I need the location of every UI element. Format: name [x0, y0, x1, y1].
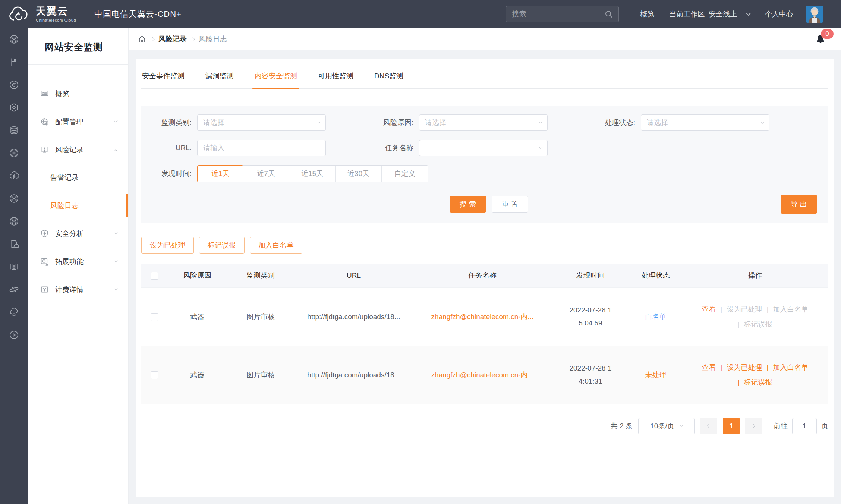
bulk-add-whitelist-button[interactable]: 加入白名单 [250, 237, 302, 254]
row-checkbox[interactable] [151, 313, 158, 321]
column-header-operations: 操作 [682, 271, 828, 280]
time-option-7days[interactable]: 近7天 [243, 166, 289, 182]
url-input[interactable] [203, 144, 320, 152]
cell-reason: 武器 [167, 370, 227, 380]
filter-label-time: 发现时间: [141, 169, 192, 179]
category-select[interactable]: 请选择 [197, 114, 326, 131]
brand-logo[interactable]: 天翼云 Chinatelecom Cloud [8, 6, 76, 23]
action-set-processed[interactable]: 设为已处理 [727, 363, 762, 372]
tab-vulnerability[interactable]: 漏洞监测 [205, 71, 234, 88]
chevron-up-icon [114, 149, 118, 153]
action-view[interactable]: 查看 [702, 363, 716, 372]
user-avatar[interactable] [806, 6, 823, 23]
network-ring-icon[interactable] [9, 193, 19, 204]
task-select[interactable] [419, 140, 548, 156]
sidebar-item-billing[interactable]: 计费详情 [28, 275, 128, 303]
bulk-set-processed-button[interactable]: 设为已处理 [141, 237, 194, 254]
planet-icon[interactable] [9, 284, 19, 294]
hexagon-nut-icon[interactable] [9, 103, 19, 113]
next-page-button[interactable] [745, 418, 762, 434]
sidebar-item-risk-records[interactable]: 风险记录 [28, 136, 128, 164]
prev-page-button[interactable] [700, 418, 717, 434]
search-icon[interactable] [604, 10, 613, 19]
filter-label-task: 任务名称 [363, 143, 413, 153]
time-option-30days[interactable]: 近30天 [336, 166, 382, 182]
action-separator: | [721, 363, 722, 372]
sidebar-item-label: 概览 [55, 89, 117, 99]
play-circle-icon[interactable] [9, 330, 19, 340]
monitor-alert-icon [40, 145, 49, 154]
sidebar-item-label: 风险记录 [55, 145, 114, 155]
network-ring-icon[interactable] [9, 148, 19, 158]
home-icon[interactable] [138, 35, 147, 44]
logo-title: 天翼云 [36, 6, 76, 16]
sidebar-title: 网站安全监测 [28, 28, 128, 65]
header-search-box[interactable] [506, 6, 619, 22]
column-header-time: 发现时间 [551, 271, 630, 280]
status-select[interactable]: 请选择 [641, 114, 769, 131]
database-icon[interactable] [9, 125, 19, 135]
notification-bell[interactable]: 0 [815, 34, 826, 45]
nav-personal-center[interactable]: 个人中心 [765, 9, 793, 19]
table-header-row: 风险原因 监测类别 URL 任务名称 发现时间 处理状态 操作 [141, 264, 828, 287]
sidebar-subitem-label: 告警记录 [50, 173, 79, 183]
search-button[interactable]: 搜索 [450, 196, 486, 213]
action-add-whitelist[interactable]: 加入白名单 [773, 305, 808, 314]
sidebar-item-label: 计费详情 [55, 285, 114, 294]
time-option-1day[interactable]: 近1天 [197, 165, 243, 182]
breadcrumb-separator-icon [150, 37, 154, 41]
tab-dns[interactable]: DNS监测 [374, 71, 403, 88]
reset-button[interactable]: 重置 [492, 196, 528, 213]
time-option-custom[interactable]: 自定义 [382, 166, 428, 182]
sidebar-item-extensions[interactable]: 拓展功能 [28, 248, 128, 275]
url-input-box[interactable] [197, 140, 326, 156]
cell-category: 图片审核 [227, 312, 294, 322]
current-page-button[interactable]: 1 [723, 418, 740, 434]
reason-select[interactable]: 请选择 [419, 114, 548, 131]
pagination-total: 共 2 条 [611, 421, 633, 431]
column-header-status: 处理状态 [630, 271, 682, 280]
cell-time: 2022-07-28 1 4:01:31 [551, 362, 630, 387]
action-mark-false-positive[interactable]: 标记误报 [744, 319, 772, 329]
cell-task-link[interactable]: zhangfzh@chinatelecom.cn-内... [413, 370, 551, 380]
cloud-lightning-icon[interactable] [9, 171, 19, 181]
network-ring-icon[interactable] [9, 216, 19, 226]
document-cloud-icon[interactable] [9, 239, 19, 249]
header-search-input[interactable] [512, 10, 604, 18]
filter-label-status: 处理状态: [585, 118, 635, 127]
tab-content-security[interactable]: 内容安全监测 [255, 71, 297, 88]
action-mark-false-positive[interactable]: 标记误报 [744, 378, 772, 387]
cell-task-link[interactable]: zhangfzh@chinatelecom.cn-内... [413, 312, 551, 322]
action-view[interactable]: 查看 [702, 305, 716, 314]
network-ring-icon[interactable] [9, 34, 19, 44]
goto-page-input[interactable] [792, 418, 817, 434]
sidebar-item-overview[interactable]: 概览 [28, 80, 128, 108]
page-size-select[interactable]: 10条/页 [638, 418, 695, 434]
cloud-stack-icon[interactable] [9, 307, 19, 317]
row-checkbox[interactable] [151, 371, 158, 379]
time-option-15days[interactable]: 近15天 [289, 166, 336, 182]
nav-workspace[interactable]: 当前工作区: 安全线上... [670, 9, 750, 19]
notification-badge: 0 [821, 29, 834, 39]
sidebar-item-label: 安全分析 [55, 229, 114, 239]
circled-e-icon[interactable] [9, 80, 19, 90]
breadcrumb-item[interactable]: 风险记录 [158, 34, 187, 44]
sidebar-item-security-analysis[interactable]: 安全分析 [28, 220, 128, 248]
export-button[interactable]: 导出 [781, 195, 817, 214]
sidebar-subitem-alert-records[interactable]: 告警记录 [28, 164, 128, 192]
tab-availability[interactable]: 可用性监测 [318, 71, 353, 88]
flag-icon[interactable] [9, 57, 19, 67]
sidebar-item-config[interactable]: 配置管理 [28, 108, 128, 136]
select-all-checkbox[interactable] [151, 272, 158, 280]
overview-icon [40, 89, 49, 98]
bulk-mark-false-positive-button[interactable]: 标记误报 [199, 237, 245, 254]
tab-security-events[interactable]: 安全事件监测 [142, 71, 185, 88]
filter-label-url: URL: [141, 144, 192, 152]
action-add-whitelist[interactable]: 加入白名单 [773, 363, 808, 372]
sidebar-subitem-risk-logs[interactable]: 风险日志 [28, 192, 128, 220]
goto-unit: 页 [821, 421, 828, 431]
chevron-down-icon [746, 11, 751, 16]
action-set-processed[interactable]: 设为已处理 [727, 305, 762, 314]
nav-overview[interactable]: 概览 [640, 9, 655, 19]
server-icon[interactable] [9, 262, 19, 272]
